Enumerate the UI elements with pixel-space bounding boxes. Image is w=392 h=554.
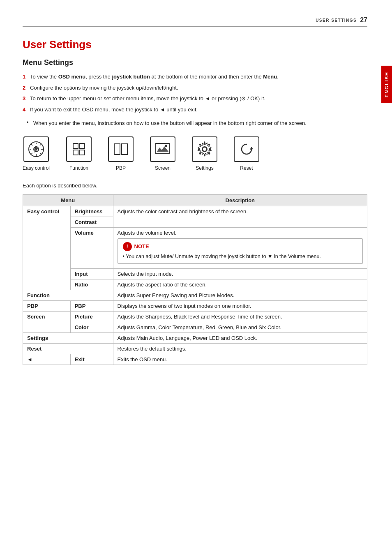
svg-point-20 [203, 147, 207, 151]
table-cell-exit-desc: Exits the OSD menu. [113, 354, 367, 365]
svg-point-18 [165, 145, 167, 147]
table-cell-easy-control: Easy control [23, 206, 71, 290]
table-cell-brightness: Brightness [70, 206, 113, 217]
instruction-num-4: 4 [23, 106, 30, 114]
reset-icon [238, 140, 256, 158]
svg-rect-12 [80, 143, 85, 148]
icon-label-pbp: PBP [116, 165, 126, 171]
instruction-num-1: 1 [23, 73, 30, 81]
volume-desc-text: Adjusts the volume level. [118, 230, 177, 236]
instruction-text-3: To return to the upper menu or set other… [30, 95, 265, 103]
svg-line-9 [40, 144, 41, 145]
screen-icon [154, 140, 172, 158]
settings-icon [196, 140, 214, 158]
table-cell-settings: Settings [23, 333, 113, 344]
instruction-text-1: To view the OSD menu, press the joystick… [30, 73, 279, 81]
svg-rect-15 [114, 144, 120, 155]
svg-rect-17 [156, 143, 170, 153]
easy-control-icon: ☼ [27, 140, 45, 158]
svg-rect-14 [80, 150, 85, 155]
table-cell-color-desc: Adjusts Gamma, Color Temperature, Red, G… [113, 322, 367, 333]
icon-box-easy-control: ☼ [23, 136, 49, 162]
instruction-3: 3 To return to the upper menu or set oth… [23, 95, 367, 103]
bullet-symbol: • [27, 119, 33, 127]
table-cell-reset-desc: Restores the default settings. [113, 344, 367, 354]
svg-rect-28 [208, 152, 210, 155]
table-cell-ratio: Ratio [70, 279, 113, 290]
svg-rect-24 [209, 148, 211, 150]
each-option-text: Each option is described below. [23, 182, 367, 189]
table-cell-reset: Reset [23, 344, 113, 354]
table-cell-screen: Screen [23, 312, 71, 333]
side-tab: ENGLISH [381, 66, 392, 103]
page-title: User Settings [23, 38, 367, 51]
instruction-num-2: 2 [23, 84, 30, 92]
icon-label-screen: Screen [155, 165, 171, 171]
bullet-item: • When you enter the menu, instructions … [27, 119, 367, 127]
table-cell-volume: Volume [70, 227, 113, 269]
instruction-text-4: If you want to exit the OSD menu, move t… [30, 106, 198, 114]
table-row: Input Selects the input mode. [23, 269, 367, 279]
header-bar: USER SETTINGS 27 [23, 16, 367, 27]
table-cell-input-desc: Selects the input mode. [113, 269, 367, 279]
icon-box-screen [150, 136, 175, 162]
table-row: Reset Restores the default settings. [23, 344, 367, 354]
icon-box-reset [234, 136, 259, 162]
table-cell-volume-desc: Adjusts the volume level. ! NOTE • You c… [113, 227, 367, 269]
icon-box-pbp [108, 136, 134, 162]
svg-rect-23 [198, 148, 200, 150]
note-text: You can adjust Mute/ Unmute by moving th… [126, 254, 321, 259]
icon-label-easy-control: Easy control [23, 165, 50, 171]
bullet-text: When you enter the menu, instructions on… [33, 119, 307, 127]
svg-rect-25 [199, 143, 201, 146]
table-cell-back: ◄ [23, 354, 71, 365]
svg-rect-11 [73, 143, 78, 148]
page-wrapper: USER SETTINGS 27 ENGLISH User Settings M… [0, 0, 392, 381]
table-cell-picture-desc: Adjusts the Sharpness, Black level and R… [113, 312, 367, 322]
table-row: Easy control Brightness Adjusts the colo… [23, 206, 367, 217]
svg-rect-27 [199, 152, 201, 155]
table-row: Screen Picture Adjusts the Sharpness, Bl… [23, 312, 367, 322]
header-page: 27 [360, 16, 367, 24]
icon-box-function [66, 136, 92, 162]
icon-screen: Screen [150, 136, 175, 171]
header-label: USER SETTINGS [316, 18, 357, 23]
table-cell-settings-desc: Adjusts Main Audio, Language, Power LED … [113, 333, 367, 344]
table-cell-pbp-main: PBP [23, 301, 71, 312]
table-cell-ratio-desc: Adjusts the aspect ratio of the screen. [113, 279, 367, 290]
svg-line-8 [40, 153, 41, 154]
instructions-list: 1 To view the OSD menu, press the joysti… [23, 73, 367, 113]
note-icon: ! [123, 242, 132, 251]
icon-pbp: PBP [108, 136, 134, 171]
instruction-text-2: Configure the options by moving the joys… [30, 84, 178, 92]
icon-label-reset: Reset [240, 165, 253, 171]
icon-reset: Reset [234, 136, 259, 171]
svg-rect-21 [204, 143, 205, 145]
table-cell-brightness-desc: Adjusts the color contrast and brightnes… [113, 206, 367, 227]
table-row: Volume Adjusts the volume level. ! NOTE … [23, 227, 367, 269]
section-title: Menu Settings [23, 58, 367, 67]
svg-marker-29 [250, 147, 253, 150]
settings-table: Menu Description Easy control Brightness… [23, 194, 367, 365]
note-box: ! NOTE • You can adjust Mute/ Unmute by … [118, 238, 363, 264]
icon-label-function: Function [69, 165, 88, 171]
table-cell-pbp-desc: Displays the screens of two input modes … [113, 301, 367, 312]
pbp-icon [112, 140, 130, 158]
table-row: Settings Adjusts Main Audio, Language, P… [23, 333, 367, 344]
table-cell-function-desc: Adjusts Super Energy Saving and Picture … [113, 290, 367, 301]
svg-rect-22 [204, 154, 205, 156]
svg-rect-16 [122, 144, 127, 155]
instruction-num-3: 3 [23, 95, 30, 103]
table-row: ◄ Exit Exits the OSD menu. [23, 354, 367, 365]
table-cell-function: Function [23, 290, 113, 301]
table-cell-picture: Picture [70, 312, 113, 322]
table-cell-color: Color [70, 322, 113, 333]
table-header-description: Description [113, 194, 367, 206]
table-row: Function Adjusts Super Energy Saving and… [23, 290, 367, 301]
svg-rect-26 [208, 143, 210, 146]
instruction-4: 4 If you want to exit the OSD menu, move… [23, 106, 367, 114]
table-cell-contrast: Contrast [70, 217, 113, 227]
instruction-2: 2 Configure the options by moving the jo… [23, 84, 367, 92]
svg-line-7 [31, 144, 32, 145]
icon-function: Function [66, 136, 92, 171]
